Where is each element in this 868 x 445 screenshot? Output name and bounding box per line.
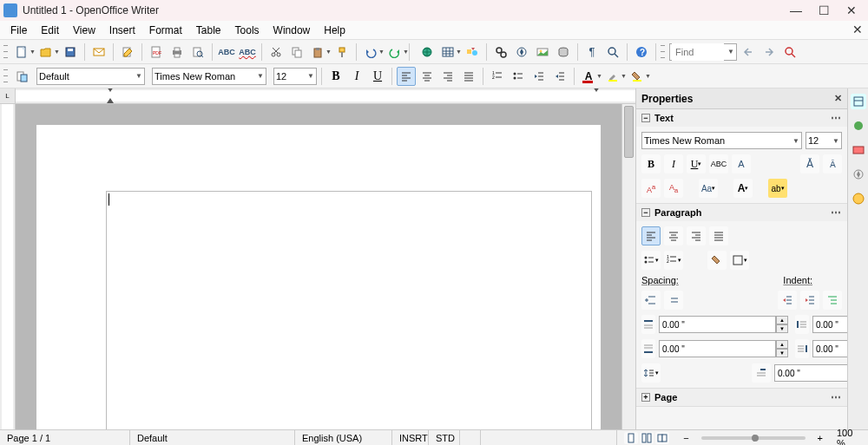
email-button[interactable]	[89, 43, 108, 62]
help-button[interactable]: ?	[632, 43, 651, 62]
grow-font-button[interactable]: Ǎ	[800, 154, 819, 173]
zoom-button[interactable]	[603, 43, 622, 62]
highlight-button[interactable]: ▼	[603, 67, 622, 86]
view-book-icon[interactable]	[655, 432, 669, 444]
deck-navigator-icon[interactable]	[851, 167, 866, 182]
side-align-right-button[interactable]	[687, 226, 706, 245]
insert-table-button[interactable]: ▼	[438, 43, 457, 62]
paste-button[interactable]: ▼	[308, 43, 327, 62]
collapse-text-icon[interactable]: −	[641, 114, 650, 122]
find-prev-button[interactable]	[739, 43, 758, 62]
para-border-button[interactable]: ▾	[730, 251, 749, 270]
inc-spacing-button[interactable]	[641, 291, 661, 310]
deck-gallery-icon[interactable]	[851, 142, 866, 158]
menu-edit[interactable]: Edit	[34, 23, 66, 38]
side-shadow-button[interactable]: A	[732, 154, 751, 173]
edit-doc-button[interactable]	[118, 43, 137, 62]
increase-indent-button[interactable]	[550, 67, 569, 86]
status-page[interactable]: Page 1 / 1	[0, 430, 130, 445]
copy-button[interactable]	[287, 43, 306, 62]
section-more-icon[interactable]: ⋯	[831, 206, 842, 219]
section-more-icon[interactable]: ⋯	[831, 391, 842, 403]
maximize-button[interactable]: ☐	[818, 4, 830, 16]
deck-styles-icon[interactable]	[851, 118, 866, 134]
shrink-font-button[interactable]: Ǎ	[823, 154, 842, 173]
menu-tools[interactable]: Tools	[228, 23, 266, 38]
cut-button[interactable]	[266, 43, 286, 62]
format-paintbrush-button[interactable]	[332, 43, 352, 62]
side-strike-button[interactable]: ABC	[709, 154, 728, 173]
document-page[interactable]	[106, 191, 592, 429]
side-align-left-button[interactable]	[641, 226, 661, 245]
status-signature[interactable]	[460, 430, 481, 445]
gallery-button[interactable]	[533, 43, 552, 62]
stylist-button[interactable]	[12, 67, 31, 86]
side-italic-button[interactable]: I	[664, 154, 683, 173]
numbered-list-button[interactable]: 12	[488, 67, 507, 86]
super-button[interactable]: Aa	[641, 179, 661, 198]
menu-table[interactable]: Table	[189, 23, 228, 38]
menu-file[interactable]: File	[3, 23, 34, 38]
indent-first-input[interactable]: ▲▼	[774, 364, 842, 382]
collapse-paragraph-icon[interactable]: −	[641, 208, 650, 217]
view-multi-page-icon[interactable]	[640, 432, 654, 444]
hanging-indent-button[interactable]	[823, 291, 842, 310]
dec-spacing-button[interactable]	[664, 291, 683, 310]
expand-page-icon[interactable]: +	[641, 393, 650, 402]
font-name-select[interactable]: Times New Roman▼	[152, 68, 266, 85]
space-above-input[interactable]: ▲▼	[659, 316, 788, 333]
status-insert-mode[interactable]: INSRT	[392, 430, 429, 445]
align-center-button[interactable]	[418, 67, 437, 86]
navigator-button[interactable]	[512, 43, 531, 62]
view-single-page-icon[interactable]	[624, 432, 638, 444]
indent-right-input[interactable]: ▲▼	[812, 340, 847, 357]
side-font-name-select[interactable]: Times New Roman▼	[641, 132, 802, 149]
open-button[interactable]: ▼	[36, 43, 56, 62]
close-document-button[interactable]: ✕	[852, 23, 863, 36]
side-highlight-button[interactable]: ab▾	[768, 179, 787, 198]
side-align-center-button[interactable]	[664, 226, 683, 245]
status-language[interactable]: English (USA)	[295, 430, 392, 445]
justify-button[interactable]	[459, 67, 478, 86]
close-window-button[interactable]: ✕	[845, 4, 858, 16]
zoom-out-button[interactable]: −	[676, 430, 695, 445]
deck-functions-icon[interactable]	[851, 191, 866, 206]
document-viewport[interactable]	[16, 104, 621, 429]
menu-help[interactable]: Help	[317, 23, 352, 38]
space-below-input[interactable]: ▲▼	[659, 340, 788, 357]
redo-button[interactable]: ▼	[385, 43, 404, 62]
status-style[interactable]: Default	[130, 430, 295, 445]
para-style-select[interactable]: Default▼	[36, 68, 145, 85]
font-size-select[interactable]: 12▼	[273, 68, 317, 85]
find-toolbar-grip[interactable]	[661, 43, 665, 61]
print-preview-button[interactable]	[188, 43, 207, 62]
spellcheck-button[interactable]: ABC	[217, 43, 236, 62]
underline-button[interactable]: U	[368, 67, 387, 86]
toolbar-grip[interactable]	[3, 43, 8, 61]
data-sources-button[interactable]	[554, 43, 573, 62]
zoom-value[interactable]: 100 %	[830, 430, 868, 445]
zoom-in-button[interactable]: +	[811, 430, 830, 445]
show-draw-button[interactable]	[463, 43, 482, 62]
align-right-button[interactable]	[438, 67, 457, 86]
dec-indent-button[interactable]	[800, 291, 819, 310]
autospellcheck-button[interactable]: ABC	[238, 43, 257, 62]
inc-indent-button[interactable]	[778, 291, 797, 310]
new-doc-button[interactable]: ▼	[12, 43, 31, 62]
font-color-button[interactable]: A▼	[579, 67, 598, 86]
indent-left-input[interactable]: ▲▼	[812, 316, 847, 333]
find-next-button[interactable]	[760, 43, 779, 62]
line-spacing-button[interactable]: ▾	[641, 363, 661, 383]
side-bold-button[interactable]: B	[641, 154, 661, 173]
vertical-scrollbar[interactable]	[621, 104, 635, 429]
find-field[interactable]	[672, 43, 724, 61]
print-button[interactable]	[168, 43, 187, 62]
side-bullet-list-button[interactable]: ▾	[641, 251, 661, 270]
side-numbered-list-button[interactable]: 12▾	[664, 251, 683, 270]
vertical-ruler[interactable]	[0, 104, 16, 429]
bullet-list-button[interactable]	[509, 67, 528, 86]
horizontal-ruler[interactable]: L	[0, 88, 635, 104]
side-case-button[interactable]: Aa▾	[699, 179, 718, 198]
menu-window[interactable]: Window	[266, 23, 318, 38]
find-input[interactable]: ▼	[669, 43, 737, 61]
